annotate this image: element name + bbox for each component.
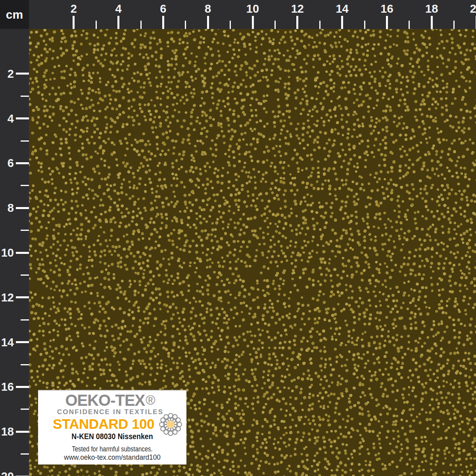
ruler-minor-tick	[96, 21, 97, 29]
ruler-minor-tick	[409, 21, 410, 29]
brand-text: OEKO-TEX	[65, 392, 145, 409]
ruler-unit-label: cm	[0, 0, 29, 29]
ruler-minor-tick	[230, 21, 231, 29]
ruler-number: 16	[1, 381, 14, 393]
ruler-major-tick	[73, 16, 75, 29]
ruler-minor-tick	[21, 319, 29, 321]
ruler-number: 2	[8, 68, 14, 79]
ruler-major-tick	[16, 117, 29, 119]
ruler-number: 8	[8, 202, 14, 214]
ruler-major-tick	[386, 16, 388, 29]
ruler-number: 18	[425, 3, 438, 15]
registered-trademark-icon: ®	[146, 393, 155, 407]
ruler-number: 16	[380, 3, 393, 15]
ruler-minor-tick	[274, 21, 276, 29]
ruler-major-tick	[207, 16, 209, 29]
ruler-minor-tick	[453, 21, 455, 29]
ruler-number: 6	[160, 3, 166, 15]
ruler-number: 20	[470, 3, 476, 15]
ruler-minor-tick	[319, 21, 321, 29]
oeko-tex-url: www.oeko-tex.com/standard100	[42, 454, 182, 461]
ruler-major-tick	[16, 296, 29, 298]
ruler-minor-tick	[140, 21, 142, 29]
unit-text: cm	[6, 8, 23, 21]
ruler-number: 6	[8, 157, 14, 169]
ruler-number: 12	[1, 292, 14, 303]
ruler-major-tick	[16, 341, 29, 343]
ruler-number: 14	[1, 336, 14, 348]
oeko-tex-brand: OEKO-TEX®	[38, 392, 182, 408]
ruler-major-tick	[341, 16, 343, 29]
ruler-number: 4	[8, 113, 14, 124]
ruler-minor-tick	[21, 453, 29, 455]
ruler-number: 14	[336, 3, 348, 15]
ruler-number: 10	[1, 247, 14, 259]
oeko-tex-certification-label: OEKO-TEX® CONFIDENCE IN TEXTILES STANDAR…	[38, 390, 186, 464]
ruler-major-tick	[16, 207, 29, 209]
ruler-minor-tick	[21, 140, 29, 142]
tested-statement: Tested for harmful substances.	[51, 445, 174, 453]
ruler-major-tick	[16, 162, 29, 164]
ruler-number: 20	[1, 471, 14, 476]
oeko-tex-flower-globe-icon	[157, 411, 184, 438]
horizontal-ruler-cm: 2468101214161820	[29, 0, 476, 29]
ruler-number: 12	[291, 3, 304, 15]
vertical-ruler-cm: 2468101214161820	[0, 29, 29, 476]
ruler-minor-tick	[21, 230, 29, 231]
ruler-number: 4	[115, 3, 122, 15]
ruler-major-tick	[117, 16, 119, 29]
ruler-minor-tick	[21, 364, 29, 365]
ruler-major-tick	[16, 252, 29, 254]
ruler-major-tick	[16, 431, 29, 433]
ruler-number: 2	[71, 3, 77, 15]
standard-100-title: STANDARD 100	[38, 417, 169, 431]
ruler-major-tick	[162, 16, 164, 29]
ruler-minor-tick	[21, 409, 29, 410]
fabric-swatch: OEKO-TEX® CONFIDENCE IN TEXTILES STANDAR…	[29, 29, 476, 476]
ruler-number: 18	[1, 426, 14, 438]
ruler-major-tick	[431, 16, 433, 29]
ruler-minor-tick	[185, 21, 186, 29]
ruler-number: 8	[205, 3, 211, 15]
ruler-major-tick	[252, 16, 254, 29]
ruler-minor-tick	[364, 21, 365, 29]
ruler-major-tick	[16, 73, 29, 75]
fabric-swatch-viewer: cm 2468101214161820 2468101214161820 OEK…	[0, 0, 476, 476]
ruler-minor-tick	[21, 96, 29, 97]
ruler-minor-tick	[21, 185, 29, 186]
ruler-minor-tick	[21, 274, 29, 276]
ruler-number: 10	[246, 3, 259, 15]
ruler-major-tick	[296, 16, 298, 29]
ruler-major-tick	[16, 386, 29, 388]
